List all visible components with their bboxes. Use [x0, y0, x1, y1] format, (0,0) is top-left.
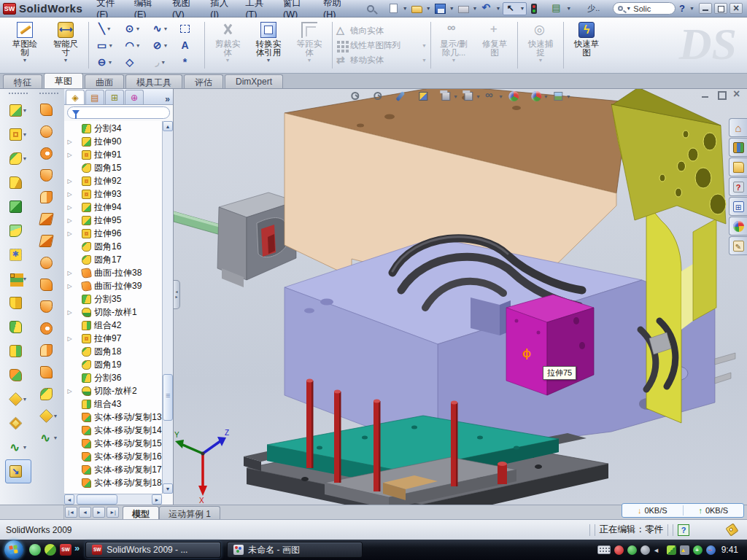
dropdown-arrow-icon[interactable]: ▼: [225, 58, 231, 63]
dropdown-arrow-icon[interactable]: ▼: [566, 6, 571, 11]
tab-mold-tools[interactable]: 模具工具: [125, 74, 182, 88]
polygon-tool[interactable]: ◇ ▼: [119, 54, 147, 71]
dropdown-arrow-icon[interactable]: ▼: [476, 94, 481, 99]
scroll-down-icon[interactable]: ▼: [163, 483, 173, 494]
smart-dimension-button[interactable]: 智能尺寸 ▼: [45, 19, 86, 71]
expand-icon[interactable]: ▷: [66, 217, 74, 224]
tree-item[interactable]: ▷ ▷ 切除-放样2: [64, 384, 162, 397]
toolbar-grip[interactable]: [39, 93, 58, 96]
scroll-left-icon[interactable]: ◄: [64, 494, 74, 505]
dropdown-arrow-icon[interactable]: ▼: [160, 60, 166, 65]
taskpane-design-library-tab[interactable]: [729, 138, 747, 157]
dropdown-arrow-icon[interactable]: ▼: [63, 58, 69, 63]
tab-model[interactable]: 模型: [123, 506, 159, 519]
surface-replace-face-icon[interactable]: ▼: [36, 339, 62, 361]
move-entities-button[interactable]: 移动实体 ▼: [335, 54, 428, 66]
quick-launch-chevron-icon[interactable]: »: [74, 542, 80, 553]
tree-item[interactable]: ▷ ▷ 分割36: [64, 371, 162, 384]
rectangle-tool[interactable]: ▭ ▼: [91, 37, 119, 54]
fillet-icon[interactable]: ▼: [5, 147, 31, 171]
dropdown-arrow-icon[interactable]: ▼: [23, 108, 28, 113]
quick-launch-messenger-icon[interactable]: [29, 544, 41, 556]
dropdown-arrow-icon[interactable]: ▼: [23, 397, 28, 402]
quick-launch-360-icon[interactable]: [44, 544, 56, 556]
pin-toolbar-icon[interactable]: ▼: [364, 3, 386, 15]
linear-pattern-icon[interactable]: ▼: [5, 267, 31, 291]
undo-icon[interactable]: ▼: [480, 3, 503, 15]
tree-item[interactable]: ▷ ▷ 拉伸95: [64, 214, 162, 227]
surface-extend-icon[interactable]: ▼: [36, 295, 62, 317]
panel-tabs-more-icon[interactable]: »: [165, 94, 170, 104]
start-button[interactable]: [4, 540, 23, 559]
sketch-button[interactable]: 草图绘制 ▼: [4, 19, 45, 71]
dropdown-arrow-icon[interactable]: ▼: [307, 58, 312, 63]
surface-loft-icon[interactable]: ▼: [36, 164, 62, 186]
dropdown-arrow-icon[interactable]: ▼: [543, 94, 549, 99]
tab-dimxpert[interactable]: DimXpert: [225, 74, 283, 88]
move-copy-body-icon[interactable]: ▼: [5, 363, 31, 387]
tree-item[interactable]: ▷ ▷ 拉伸96: [64, 227, 162, 240]
surface-boundary-icon[interactable]: ▼: [36, 186, 62, 208]
tray-volume-icon[interactable]: [654, 545, 663, 555]
tree-item[interactable]: ▷ ▷ 圆角15: [64, 161, 162, 174]
tab-sketch[interactable]: 草图: [44, 73, 83, 88]
dropdown-arrow-icon[interactable]: ▼: [496, 6, 501, 11]
panel-splitter-handle[interactable]: ◂▸: [174, 280, 180, 309]
doc-minimize-button[interactable]: [700, 90, 711, 99]
tree-item[interactable]: ▷ ▷ 圆角16: [64, 240, 162, 253]
surface-ruled-icon[interactable]: ▼: [36, 427, 62, 448]
offset-entities-button[interactable]: 等距实体 ▼: [289, 19, 330, 71]
featuremanager-tab[interactable]: ◈: [66, 90, 85, 104]
rebuild-icon[interactable]: ▼: [527, 3, 549, 15]
tray-security-shield-icon[interactable]: [627, 545, 637, 555]
quick-launch-solidworks-icon[interactable]: SW: [60, 544, 71, 556]
help-button[interactable]: ?: [677, 3, 687, 14]
tree-item[interactable]: ▷ ▷ 拉伸94: [64, 201, 162, 214]
tray-antivirus-icon[interactable]: [614, 545, 624, 555]
dropdown-arrow-icon[interactable]: ▼: [519, 6, 525, 11]
extruded-boss-icon[interactable]: ▼: [5, 98, 31, 122]
tab-features[interactable]: 特征: [3, 74, 42, 88]
surface-planar-icon[interactable]: ▼: [36, 230, 62, 252]
dropdown-arrow-icon[interactable]: ▼: [566, 94, 571, 99]
surface-offset-icon[interactable]: ▼: [36, 208, 62, 230]
taskpane-view-palette-tab[interactable]: ⊞: [729, 197, 747, 216]
dropdown-arrow-icon[interactable]: ▼: [163, 26, 168, 31]
tree-item[interactable]: ▷ ▷ 实体-移动/复制14: [64, 424, 162, 437]
restore-button[interactable]: [714, 3, 727, 14]
taskpane-appearances-tab[interactable]: [729, 217, 747, 236]
search-dropdown-icon[interactable]: ▼: [626, 6, 631, 11]
display-style-icon[interactable]: ▼: [462, 90, 481, 102]
surface-untrim-icon[interactable]: ▼: [36, 361, 62, 383]
tree-vertical-scrollbar[interactable]: ▲ ▼: [162, 121, 173, 494]
tree-item[interactable]: ▷ ▷ 实体-移动/复制18: [64, 476, 162, 489]
tree-horizontal-scrollbar[interactable]: ◄ ►: [64, 494, 162, 505]
dropdown-arrow-icon[interactable]: ▼: [23, 156, 28, 161]
dropdown-arrow-icon[interactable]: ▼: [426, 6, 431, 11]
tree-item[interactable]: ▷ ▷ 曲面-拉伸39: [64, 279, 162, 292]
dropdown-arrow-icon[interactable]: ▼: [108, 43, 113, 48]
view-orientation-icon[interactable]: ▼: [440, 90, 458, 102]
tab-surfaces[interactable]: 曲面: [85, 74, 124, 88]
sketch-fillet-tool[interactable]: ◞ ▼: [147, 54, 174, 71]
spline-tool[interactable]: ∿ ▼: [147, 20, 174, 37]
dropdown-arrow-icon[interactable]: ▼: [538, 58, 543, 63]
instant3d-icon[interactable]: ▼: [5, 459, 31, 483]
dropdown-arrow-icon[interactable]: ▼: [473, 6, 478, 11]
dropdown-arrow-icon[interactable]: ▼: [163, 43, 168, 48]
search-value[interactable]: Solic: [633, 4, 670, 13]
minimize-button[interactable]: [699, 3, 712, 14]
overflow-item[interactable]: 少.. ▼: [573, 3, 608, 14]
line-tool[interactable]: ╲ ▼: [91, 20, 119, 37]
expand-icon[interactable]: ▷: [66, 283, 74, 289]
quick-snaps-button[interactable]: 快速捕捉 ▼: [520, 19, 561, 71]
save-icon[interactable]: ▼: [433, 3, 456, 15]
zoom-fit-icon[interactable]: ▼: [349, 90, 368, 102]
arc-tool[interactable]: ◠ ▼: [119, 37, 147, 54]
tab-evaluate[interactable]: 评估: [184, 74, 223, 88]
hole-wizard-icon[interactable]: ▼: [5, 243, 31, 267]
toolbar-grip[interactable]: [9, 93, 28, 96]
dropdown-arrow-icon[interactable]: ▼: [266, 58, 271, 63]
sheet-prev-button[interactable]: ◄: [79, 507, 91, 518]
expand-icon[interactable]: ▷: [66, 335, 74, 342]
